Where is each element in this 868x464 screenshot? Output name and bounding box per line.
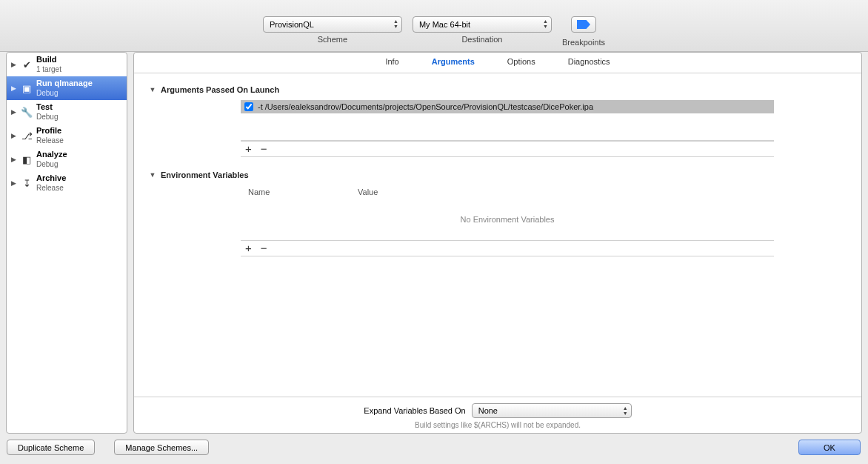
- scheme-phase-sidebar: ▶ ✔ Build 1 target ▶ ▣ Run qlmanage Debu…: [6, 52, 127, 434]
- scheme-label: Scheme: [318, 35, 347, 44]
- expand-value: None: [478, 406, 498, 415]
- scheme-control: ProvisionQL ▲▼ Scheme: [263, 16, 402, 44]
- build-icon: ✔: [20, 58, 33, 71]
- env-empty-placeholder: No Environment Variables: [241, 199, 774, 240]
- sidebar-title: Profile: [36, 126, 64, 136]
- sidebar-title: Test: [36, 102, 58, 112]
- sidebar-sub: Release: [36, 183, 66, 193]
- add-argument-button[interactable]: +: [245, 144, 252, 154]
- test-icon: 🔧: [20, 105, 33, 119]
- sidebar-sub: Debug: [36, 112, 58, 122]
- content-footer: Expand Variables Based On None ▲▼ Build …: [134, 397, 861, 433]
- tab-options[interactable]: Options: [507, 57, 535, 67]
- sidebar-title: Build: [36, 55, 61, 64]
- main-split: ▶ ✔ Build 1 target ▶ ▣ Run qlmanage Debu…: [6, 52, 862, 434]
- popup-arrows-icon: ▲▼: [393, 19, 398, 29]
- env-name-column: Name: [248, 188, 358, 196]
- remove-argument-button[interactable]: −: [261, 144, 267, 154]
- left-buttons: Duplicate Scheme Manage Schemes...: [7, 440, 209, 455]
- argument-row[interactable]: -t /Users/ealeksandrov/Documents/project…: [241, 100, 774, 113]
- manage-schemes-button[interactable]: Manage Schemes...: [114, 440, 209, 455]
- destination-popup[interactable]: My Mac 64-bit ▲▼: [413, 16, 552, 33]
- chevron-right-icon: ▶: [10, 156, 17, 163]
- breakpoint-icon: [577, 20, 590, 29]
- expand-variables-popup[interactable]: None ▲▼: [472, 403, 632, 418]
- analyze-icon: ◧: [20, 153, 33, 166]
- arguments-add-remove: + −: [241, 141, 774, 157]
- top-toolbar: ProvisionQL ▲▼ Scheme My Mac 64-bit ▲▼ D…: [0, 0, 868, 52]
- expand-label: Expand Variables Based On: [364, 406, 465, 415]
- env-header-label: Environment Variables: [161, 170, 249, 179]
- chevron-right-icon: ▶: [10, 108, 17, 116]
- content-panel: Info Arguments Options Diagnostics ▼ Arg…: [133, 52, 862, 434]
- sidebar-item-profile[interactable]: ▶ ⎇ Profile Release: [7, 124, 127, 148]
- add-env-button[interactable]: +: [245, 243, 252, 253]
- run-icon: ▣: [20, 82, 33, 95]
- scheme-value: ProvisionQL: [270, 20, 314, 29]
- sidebar-sub: Debug: [36, 88, 93, 98]
- argument-text: -t /Users/ealeksandrov/Documents/project…: [258, 102, 593, 111]
- bottom-button-bar: Duplicate Scheme Manage Schemes... OK: [0, 434, 868, 455]
- env-add-remove: + −: [241, 240, 774, 256]
- sidebar-item-run[interactable]: ▶ ▣ Run qlmanage Debug: [7, 76, 127, 100]
- destination-value: My Mac 64-bit: [419, 20, 470, 29]
- popup-arrows-icon: ▲▼: [543, 19, 548, 29]
- breakpoints-control: Breakpoints: [562, 16, 605, 47]
- sidebar-item-analyze[interactable]: ▶ ◧ Analyze Debug: [7, 148, 127, 171]
- ok-button[interactable]: OK: [798, 440, 861, 455]
- destination-label: Destination: [461, 35, 502, 44]
- sidebar-title: Analyze: [36, 150, 67, 159]
- chevron-right-icon: ▶: [10, 84, 17, 92]
- sidebar-sub: 1 target: [36, 64, 61, 74]
- content-body: ▼ Arguments Passed On Launch -t /Users/e…: [134, 73, 861, 397]
- chevron-right-icon: ▶: [10, 179, 17, 187]
- sidebar-item-build[interactable]: ▶ ✔ Build 1 target: [7, 53, 127, 76]
- remove-env-button[interactable]: −: [261, 243, 267, 253]
- destination-control: My Mac 64-bit ▲▼ Destination: [413, 16, 552, 44]
- popup-arrows-icon: ▲▼: [623, 405, 628, 416]
- arguments-section-header[interactable]: ▼ Arguments Passed On Launch: [149, 85, 847, 94]
- sidebar-item-test[interactable]: ▶ 🔧 Test Debug: [7, 100, 127, 124]
- env-column-headers: Name Value: [241, 185, 774, 199]
- env-value-column: Value: [358, 188, 378, 196]
- chevron-down-icon: ▼: [149, 86, 156, 93]
- expand-variables-row: Expand Variables Based On None ▲▼: [364, 403, 631, 418]
- chevron-right-icon: ▶: [10, 132, 17, 139]
- arguments-table: -t /Users/ealeksandrov/Documents/project…: [241, 100, 774, 141]
- sidebar-sub: Debug: [36, 159, 67, 169]
- argument-enabled-checkbox[interactable]: [244, 102, 253, 111]
- duplicate-scheme-button[interactable]: Duplicate Scheme: [7, 440, 95, 455]
- sidebar-title: Archive: [36, 173, 66, 183]
- arguments-header-label: Arguments Passed On Launch: [161, 85, 279, 94]
- profile-icon: ⎇: [20, 129, 33, 142]
- chevron-right-icon: ▶: [10, 61, 17, 68]
- tab-info[interactable]: Info: [385, 57, 398, 67]
- expand-hint: Build settings like $(ARCHS) will not be…: [415, 421, 581, 429]
- breakpoints-label: Breakpoints: [562, 38, 605, 47]
- sidebar-item-archive[interactable]: ▶ ↧ Archive Release: [7, 171, 127, 195]
- tab-diagnostics[interactable]: Diagnostics: [568, 57, 610, 67]
- archive-icon: ↧: [20, 176, 33, 190]
- env-section-header[interactable]: ▼ Environment Variables: [149, 170, 847, 179]
- breakpoints-button[interactable]: [571, 16, 596, 33]
- tab-bar: Info Arguments Options Diagnostics: [134, 53, 861, 73]
- chevron-down-icon: ▼: [149, 171, 156, 179]
- tab-arguments[interactable]: Arguments: [432, 57, 475, 67]
- sidebar-title: Run qlmanage: [36, 79, 93, 88]
- scheme-popup[interactable]: ProvisionQL ▲▼: [263, 16, 402, 33]
- sidebar-sub: Release: [36, 136, 64, 145]
